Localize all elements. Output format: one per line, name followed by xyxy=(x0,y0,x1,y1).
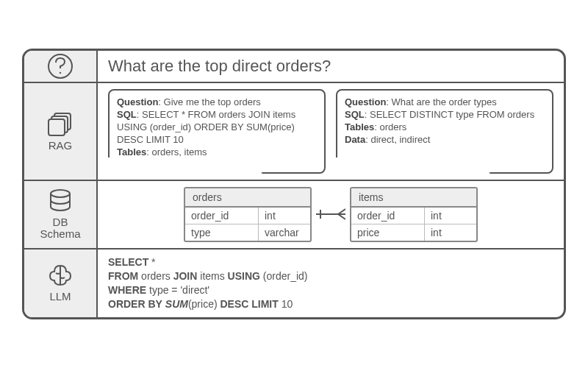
schema-row: DBSchema orders order_id int type varcha… xyxy=(24,180,564,248)
rag-icon-cell: RAG xyxy=(24,83,98,179)
svg-rect-4 xyxy=(49,119,65,135)
llm-row: LLM SELECT * FROM orders JOIN items USIN… xyxy=(24,248,564,317)
question-text: What are the top direct orders? xyxy=(108,57,331,76)
col-name: order_id xyxy=(185,208,259,224)
generated-sql: SELECT * FROM orders JOIN items USING (o… xyxy=(108,255,308,311)
schema-icon-cell: DBSchema xyxy=(24,181,98,248)
table-orders: orders order_id int type varchar xyxy=(184,187,312,242)
database-icon xyxy=(47,188,74,213)
col-type: int xyxy=(425,208,476,224)
llm-cell: SELECT * FROM orders JOIN items USING (o… xyxy=(98,250,564,317)
schema-label: DBSchema xyxy=(40,216,80,241)
rag-row: RAG Question: Give me the top orders SQL… xyxy=(24,82,564,179)
rag-example-2: Question: What are the order types SQL: … xyxy=(336,89,553,173)
col-type: int xyxy=(259,208,310,224)
svg-point-5 xyxy=(51,190,70,197)
rag-example-1: Question: Give me the top orders SQL: SE… xyxy=(108,89,326,173)
col-type: int xyxy=(425,224,476,241)
svg-line-10 xyxy=(338,214,345,219)
relationship-one-to-many xyxy=(316,207,345,222)
table-orders-title: orders xyxy=(185,188,310,208)
question-icon-cell xyxy=(24,51,98,82)
svg-point-1 xyxy=(60,72,61,74)
question-row: What are the top direct orders? xyxy=(24,51,564,82)
col-name: type xyxy=(185,224,259,241)
pipeline-diagram: What are the top direct orders? RAG Ques… xyxy=(22,49,566,319)
rag-cell: Question: Give me the top orders SQL: SE… xyxy=(98,83,564,179)
question-mark-icon xyxy=(46,52,75,81)
llm-icon-cell: LLM xyxy=(24,250,98,317)
schema-cell: orders order_id int type varchar xyxy=(98,181,564,248)
llm-label: LLM xyxy=(49,291,71,303)
question-cell: What are the top direct orders? xyxy=(98,51,564,82)
brain-icon xyxy=(46,263,75,288)
rag-label: RAG xyxy=(49,140,73,152)
col-name: price xyxy=(351,224,425,241)
cards-stack-icon xyxy=(46,110,75,137)
col-type: varchar xyxy=(259,224,310,241)
crow-foot-icon xyxy=(316,207,345,222)
svg-line-8 xyxy=(338,209,345,214)
col-name: order_id xyxy=(351,208,425,224)
table-items-title: items xyxy=(351,188,476,208)
table-items: items order_id int price int xyxy=(350,187,478,242)
